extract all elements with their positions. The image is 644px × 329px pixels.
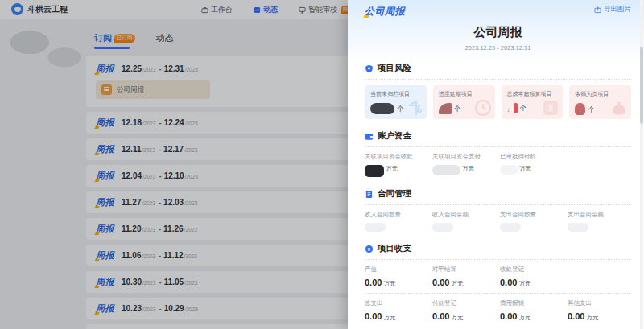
stat-unit: 万元	[383, 314, 395, 322]
stat-block: 收款登记 0.00万元	[500, 265, 568, 288]
income-stats-row1: 产值 0.00万元 对甲结算 0.00万元 收款登记 0.00万元	[365, 265, 631, 288]
stat-value: 0.00	[568, 311, 584, 321]
stat-block: 费用报销 0.00万元	[500, 299, 568, 322]
section-project-risk: 项目风险	[365, 63, 631, 74]
risk-card-delayed: 进度延期项目 个	[433, 85, 495, 119]
section-account-funds: 账户资金	[365, 130, 631, 142]
stat-label: 对甲结算	[432, 265, 500, 273]
redacted-value	[514, 103, 518, 113]
redacted-value	[432, 223, 453, 232]
redacted-value	[568, 223, 588, 232]
coin-icon: ¥	[365, 245, 374, 253]
risk-card-unit: 个	[454, 105, 461, 114]
redacted-value	[365, 223, 386, 232]
stat-label: 费用报销	[500, 299, 568, 307]
shield-icon	[365, 64, 374, 73]
redacted-value	[432, 165, 460, 175]
stat-block: 其他支出 0.00万元	[568, 299, 635, 322]
divider	[365, 259, 631, 260]
section-contract-management: 合同管理	[365, 188, 631, 199]
divider	[365, 293, 631, 294]
stat-unit: 万元	[519, 165, 531, 173]
down-arrow-icon: ↓	[507, 106, 510, 113]
redacted-value	[500, 165, 518, 175]
risk-card-negative-balance: 余额为负项目 个	[569, 85, 631, 119]
modal-overlay[interactable]	[0, 0, 348, 329]
income-stats-row2: 总支出 0.00万元 付款登记 0.00万元 费用报销 0.00万元	[365, 299, 631, 322]
risk-card-over-budget: 总成本超预算项目 ↓个 ¥	[502, 85, 564, 119]
stat-funds-paid: 关联项目资金支付 万元	[432, 153, 500, 177]
stat-label: 其他支出	[568, 299, 635, 307]
app-window: 斗栱云工程 工作台 动态 智能审校 限免	[0, 0, 644, 329]
section-title: 账户资金	[378, 130, 411, 142]
stat-value: 0.00	[365, 278, 382, 287]
stat-label: 支出合同数量	[500, 211, 568, 219]
risk-cards: 当前未归档项目 个 进度延期项目 个 总成本超预算项目 ↓个 ¥ 余额为负项目 …	[365, 85, 631, 119]
stat-label: 关联项目资金支付	[432, 153, 500, 161]
stat-block: 收入合同数量	[365, 211, 432, 232]
drawer-date-range: 2023.12.25 - 2023.12.31	[365, 44, 631, 51]
export-image-button[interactable]: 导出图片	[594, 5, 631, 14]
stat-value: 0.00	[500, 311, 517, 321]
wallet-icon	[365, 132, 374, 141]
drawer-scrollbar-track[interactable]	[640, 0, 643, 329]
stat-block: 收入合同金额	[432, 211, 500, 232]
stat-label: 付款登记	[432, 299, 500, 307]
stat-block: 付款登记 0.00万元	[432, 299, 500, 322]
section-title: 项目风险	[378, 63, 411, 74]
stat-label: 收款登记	[500, 265, 568, 273]
section-project-income-expense: ¥ 项目收支	[365, 243, 631, 254]
stat-value: 0.00	[500, 278, 517, 287]
risk-card-label: 余额为负项目	[575, 90, 625, 98]
stat-unit: 万元	[386, 165, 398, 173]
redacted-value	[365, 165, 384, 177]
stat-value: 0.00	[365, 311, 382, 321]
stat-unit: 万元	[383, 280, 395, 288]
stat-unit: 万元	[462, 165, 474, 173]
risk-card-label: 进度延期项目	[439, 90, 489, 98]
stat-block: 对甲结算 0.00万元	[432, 265, 500, 288]
stat-approved-pending: 已审批待付款 万元	[500, 153, 568, 177]
stat-block: 产值 0.00万元	[365, 265, 432, 288]
redacted-value	[370, 103, 394, 114]
weekly-report-drawer: 公司周报 导出图片 公司周报 2023.12.25 - 2023.12.31 项…	[348, 0, 644, 329]
redacted-value	[575, 103, 585, 115]
risk-card-label: 总成本超预算项目	[507, 90, 558, 98]
stat-value: 0.00	[432, 311, 449, 321]
export-image-icon	[594, 6, 601, 14]
drawer-scrollbar-thumb[interactable]	[640, 47, 643, 124]
redacted-value	[439, 103, 452, 114]
stat-block: 支出合同数量	[500, 211, 568, 232]
divider	[365, 204, 631, 205]
drawer-brand-logo: 公司周报	[365, 5, 405, 19]
redacted-value	[500, 223, 521, 232]
stat-label: 收入合同数量	[365, 211, 432, 219]
funds-stats: 关联项目资金收款 万元 关联项目资金支付 万元 已审批待付款 万元	[365, 153, 631, 177]
stat-unit: 万元	[518, 280, 530, 288]
section-title: 项目收支	[378, 243, 411, 254]
stat-value: 0.00	[432, 278, 449, 287]
stat-label: 产值	[365, 265, 432, 273]
risk-card-unarchived: 当前未归档项目 个	[365, 85, 427, 119]
risk-card-unit: 个	[520, 104, 527, 113]
stat-unit: 万元	[586, 314, 598, 322]
stat-label: 已审批待付款	[500, 153, 568, 161]
stat-unit: 万元	[451, 314, 463, 322]
stat-unit: 万元	[518, 314, 530, 322]
contract-icon	[365, 190, 374, 199]
divider	[365, 146, 631, 147]
export-image-label: 导出图片	[604, 5, 631, 14]
stat-label: 总支出	[365, 299, 432, 307]
drawer-title: 公司周报	[365, 25, 631, 40]
stat-block: 总支出 0.00万元	[365, 299, 432, 322]
contracts-stats: 收入合同数量 收入合同金额 支出合同数量 支出合同金额	[365, 211, 631, 232]
section-title: 合同管理	[378, 188, 411, 199]
stat-label: 收入合同金额	[432, 211, 500, 219]
risk-card-unit: 个	[397, 105, 404, 114]
stat-unit: 万元	[451, 280, 463, 288]
risk-card-unit: 个	[588, 105, 595, 115]
stat-label: 支出合同金额	[568, 211, 635, 219]
divider	[365, 79, 631, 80]
stat-block: 支出合同金额	[568, 211, 635, 232]
stat-label: 关联项目资金收款	[365, 153, 432, 161]
